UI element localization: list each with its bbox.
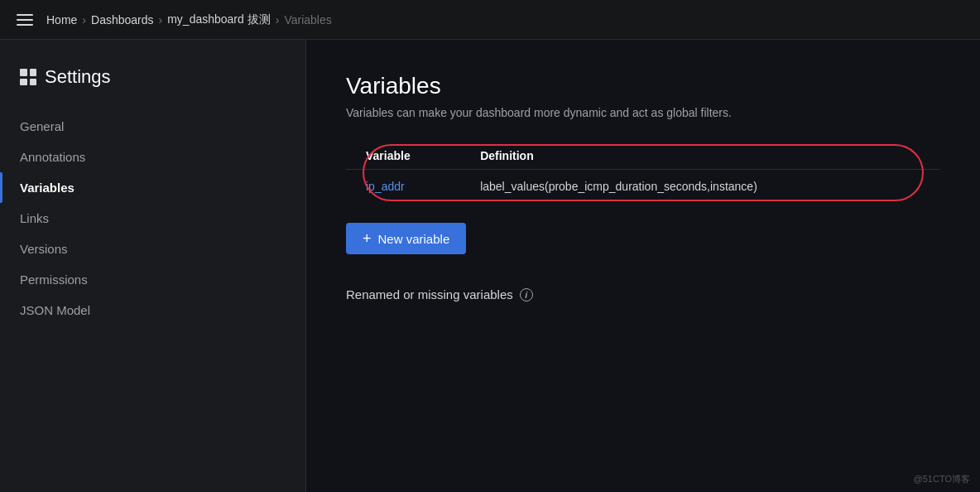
- sidebar-link-versions[interactable]: Versions: [0, 234, 305, 264]
- page-title: Variables: [346, 73, 940, 99]
- variable-definition: label_values(probe_icmp_duration_seconds…: [467, 170, 940, 204]
- sidebar-title-label: Settings: [45, 66, 111, 88]
- breadcrumb-home[interactable]: Home: [46, 13, 77, 27]
- breadcrumb-separator-1: ›: [82, 13, 86, 27]
- variables-table-wrapper: Variable Definition ip_addr label_values…: [346, 142, 940, 203]
- sidebar-item-links[interactable]: Links: [0, 203, 305, 234]
- sidebar-item-annotations[interactable]: Annotations: [0, 142, 305, 172]
- sidebar-item-versions[interactable]: Versions: [0, 234, 305, 264]
- sidebar-link-annotations[interactable]: Annotations: [0, 142, 305, 172]
- sidebar-nav: General Annotations Variables Links Vers…: [0, 111, 305, 326]
- new-variable-label: New variable: [378, 232, 450, 246]
- breadcrumb-current: Variables: [284, 13, 331, 27]
- sidebar-link-json-model[interactable]: JSON Model: [0, 295, 305, 326]
- breadcrumb-dashboard-name[interactable]: my_dashboard 拔测: [167, 12, 271, 27]
- sidebar-link-general[interactable]: General: [0, 111, 305, 142]
- page-subtitle: Variables can make your dashboard more d…: [346, 106, 940, 119]
- variable-name-link[interactable]: ip_addr: [366, 180, 405, 193]
- sidebar-item-permissions[interactable]: Permissions: [0, 264, 305, 295]
- watermark: @51CTO博客: [914, 473, 970, 485]
- sidebar-item-json-model[interactable]: JSON Model: [0, 295, 305, 326]
- variables-table: Variable Definition ip_addr label_values…: [346, 142, 940, 203]
- breadcrumb: Home › Dashboards › my_dashboard 拔测 › Va…: [46, 12, 332, 27]
- renamed-section: Renamed or missing variables i: [346, 287, 940, 301]
- main-content: Variables Variables can make your dashbo…: [306, 40, 980, 492]
- table-row: ip_addr label_values(probe_icmp_duration…: [346, 170, 940, 204]
- sidebar-link-links[interactable]: Links: [0, 203, 305, 234]
- col-variable: Variable: [346, 142, 467, 170]
- main-layout: Settings General Annotations Variables L…: [0, 40, 980, 492]
- settings-icon: [20, 69, 36, 85]
- col-definition: Definition: [467, 142, 940, 170]
- renamed-label: Renamed or missing variables: [346, 287, 513, 301]
- sidebar-item-variables[interactable]: Variables: [0, 172, 305, 203]
- hamburger-menu[interactable]: [13, 11, 36, 29]
- new-variable-button[interactable]: + New variable: [346, 223, 466, 254]
- sidebar-item-general[interactable]: General: [0, 111, 305, 142]
- sidebar-link-variables[interactable]: Variables: [0, 172, 305, 203]
- sidebar: Settings General Annotations Variables L…: [0, 40, 306, 492]
- breadcrumb-dashboards[interactable]: Dashboards: [91, 13, 154, 27]
- topbar: Home › Dashboards › my_dashboard 拔测 › Va…: [0, 0, 980, 40]
- info-icon: i: [520, 288, 533, 301]
- sidebar-title: Settings: [0, 66, 305, 111]
- breadcrumb-separator-2: ›: [159, 13, 163, 27]
- breadcrumb-separator-3: ›: [276, 13, 280, 27]
- sidebar-link-permissions[interactable]: Permissions: [0, 264, 305, 295]
- plus-icon: +: [363, 231, 372, 246]
